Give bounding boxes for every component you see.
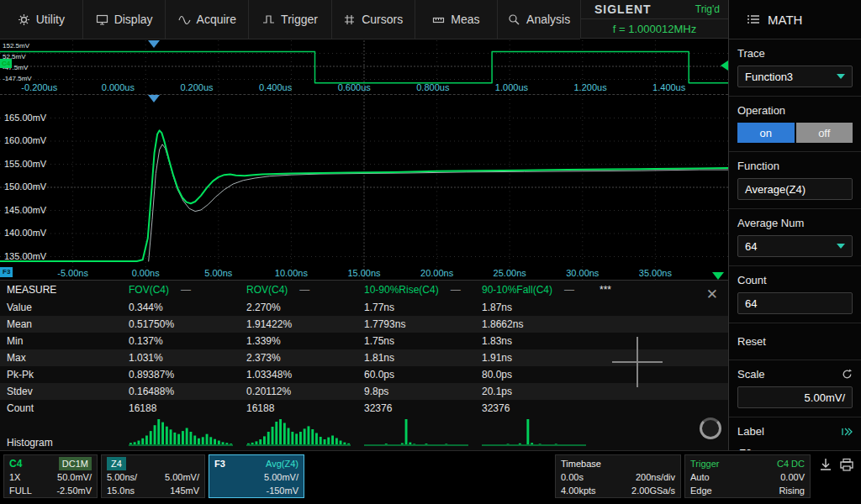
sidebar-title: MATH <box>768 13 802 27</box>
reset-button[interactable]: Reset <box>729 323 861 360</box>
menu-utility[interactable]: Utility <box>0 0 83 39</box>
measure-row: Mean0.51750%1.91422%1.7793ns1.8662ns <box>0 316 728 333</box>
measure-value: 1.75ns <box>357 335 475 347</box>
c4-offset: -2.50mV <box>56 484 92 497</box>
measure-title: MEASURE <box>0 284 122 296</box>
measure-value: 16188 <box>240 402 357 414</box>
function-select[interactable]: Average(Z4) <box>737 178 853 200</box>
measure-column-header[interactable]: ROV(C4)— <box>240 284 357 296</box>
f3-offset: -150mV <box>266 484 298 497</box>
measure-value: 1.031% <box>122 352 240 364</box>
histogram <box>240 417 357 449</box>
function-value: Average(Z4) <box>745 183 806 196</box>
measurement-panel: MEASUREFOV(C4)—ROV(C4)—10-90%Rise(C4)—90… <box>0 280 728 450</box>
remove-measure-dash[interactable]: — <box>451 284 461 296</box>
main-waveform-plot[interactable]: 165.00mV160.00mV155.00mV150.00mV145.00mV… <box>0 94 728 280</box>
measure-row-label: Min <box>0 335 122 347</box>
function-label: Function <box>737 160 853 172</box>
acquire-icon <box>178 13 191 26</box>
refresh-icon[interactable] <box>842 369 853 380</box>
menu-meas-label: Meas <box>451 13 479 26</box>
histogram <box>475 417 593 449</box>
measure-row: Max1.031%2.373%1.81ns1.91ns <box>0 349 728 366</box>
zoom-position-marker[interactable] <box>148 95 160 102</box>
measure-value: 2.373% <box>240 352 357 364</box>
average-num-value: 64 <box>745 240 757 253</box>
c4-probe: 1X <box>9 470 20 484</box>
measure-value: 1.91ns <box>475 352 593 364</box>
operation-label: Operation <box>737 104 853 117</box>
menu-display[interactable]: Display <box>83 0 166 39</box>
menu-acquire[interactable]: Acquire <box>166 0 249 39</box>
trace-select[interactable]: Function3 <box>737 66 853 87</box>
menu-cursors[interactable]: Cursors <box>332 0 415 39</box>
gear-icon <box>18 13 30 26</box>
measure-value: 0.16488% <box>122 386 240 397</box>
zoom-overview-plot[interactable]: 152.5mV52.5mV-47.5mV-147.5mV-0.200us0.00… <box>0 40 728 92</box>
c4-bandwidth: FULL <box>9 484 32 497</box>
trigger-box[interactable]: TriggerC4 DC Auto0.00V EdgeRising <box>684 454 811 498</box>
trigger-title: Trigger <box>690 457 719 470</box>
c4-name: C4 <box>9 457 22 470</box>
f3-position-marker[interactable]: F3 <box>0 267 13 277</box>
remove-measure-dash[interactable]: — <box>299 284 309 296</box>
measure-value: 0.89387% <box>122 369 240 381</box>
f3-name: F3 <box>214 457 225 470</box>
zoom-z4-box[interactable]: Z4 5.00ns/5.00mV/ 15.0ns145mV <box>101 454 205 498</box>
histogram-label: Histogram <box>0 437 122 449</box>
measure-row-label: Mean <box>0 318 122 330</box>
menu-analysis[interactable]: Analysis <box>498 0 580 39</box>
measure-row: Count16188161883237632376 <box>0 400 728 417</box>
f3-function: Avg(Z4) <box>266 457 298 470</box>
measure-column-header[interactable]: FOV(C4)— <box>122 284 240 296</box>
trigger-position-marker[interactable] <box>148 40 160 48</box>
timebase-box[interactable]: Timebase 0.00s200ns/div 4.00kpts2.00GSa/… <box>555 454 681 498</box>
close-icon[interactable]: ✕ <box>706 286 718 303</box>
remove-measure-dash[interactable]: — <box>181 284 191 296</box>
measure-value: 0.51750% <box>122 318 240 330</box>
average-num-section: Average Num 64 <box>729 209 861 266</box>
printer-icon[interactable] <box>839 458 854 471</box>
menu-trigger[interactable]: Trigger <box>249 0 332 39</box>
trigger-source: C4 DC <box>777 457 805 470</box>
trigger-level-marker[interactable] <box>721 60 728 71</box>
measure-column-header[interactable]: 10-90%Rise(C4)— <box>357 284 475 296</box>
arrow-down-icon[interactable] <box>819 458 832 471</box>
measure-value: 0.344% <box>122 302 240 313</box>
scale-value-box[interactable]: 5.00mV/ <box>737 386 853 408</box>
chevron-down-icon <box>837 244 845 249</box>
trigger-icon <box>262 13 275 26</box>
remove-measure-dash[interactable]: — <box>564 284 574 296</box>
trigger-delay-marker[interactable] <box>712 272 724 280</box>
function-section: Function Average(Z4) <box>729 152 861 209</box>
count-value-box: 64 <box>737 292 853 314</box>
label-label: Label <box>737 425 764 438</box>
math-f3-box[interactable]: F3Avg(Z4) 5.00mV/ -150mV <box>209 454 304 498</box>
z4-vdiv: 5.00mV/ <box>165 470 199 484</box>
scale-section: Scale 5.00mV/ <box>729 360 861 417</box>
measure-value: 0.20112% <box>240 386 357 397</box>
measure-value: 1.91422% <box>240 318 357 330</box>
zoom-overview-waveform <box>0 40 728 92</box>
timebase-tdiv: 200ns/div <box>636 470 675 484</box>
scale-label: Scale <box>737 368 765 381</box>
menu-bar: Utility Display Acquire Trigger Cursors … <box>0 0 580 39</box>
average-num-select[interactable]: 64 <box>737 235 853 257</box>
timebase-delay: 0.00s <box>561 470 584 484</box>
measure-value: 1.77ns <box>357 302 475 313</box>
operation-off-button[interactable]: off <box>796 123 853 143</box>
measure-column-header[interactable]: 90-10%Fall(C4)— <box>475 284 593 296</box>
menu-meas[interactable]: Meas <box>415 0 499 39</box>
chevron-down-icon <box>837 74 845 79</box>
trace-value: Function3 <box>745 71 793 83</box>
channel-c4-box[interactable]: C4DC1M 1X50.0mV/ FULL-2.50mV <box>3 454 98 498</box>
measure-value: 1.7793ns <box>357 318 475 330</box>
expand-chevrons-icon[interactable] <box>841 428 853 436</box>
timebase-title: Timebase <box>561 457 601 470</box>
measure-row: Value0.344%2.270%1.77ns1.87ns <box>0 299 728 316</box>
operation-on-button[interactable]: on <box>737 123 795 143</box>
measure-value: 80.0ps <box>475 369 593 381</box>
menu-analysis-label: Analysis <box>526 13 570 26</box>
measure-row: Stdev0.16488%0.20112%9.8ps20.1ps <box>0 383 728 400</box>
analysis-icon <box>508 13 520 26</box>
